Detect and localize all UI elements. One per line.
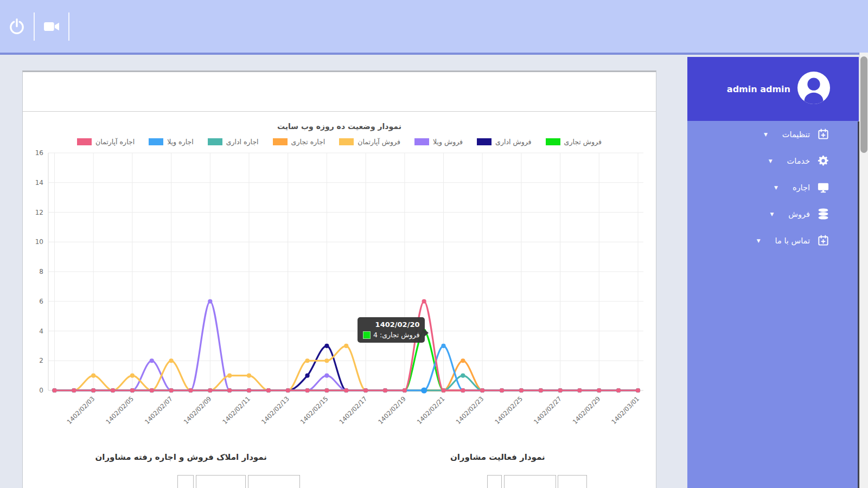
data-point — [422, 388, 426, 393]
legend-label: فروش ویلا — [433, 138, 463, 146]
data-point — [597, 388, 601, 393]
data-point — [286, 388, 290, 393]
data-point — [305, 388, 309, 393]
data-point — [130, 388, 135, 393]
sidebar-item-services[interactable]: ▼ خدمات — [687, 147, 859, 174]
series-line — [55, 376, 639, 390]
data-point — [616, 388, 621, 393]
dashboard-page: نمودار وضعیت ده روزه وب سایت اجاره آپارت… — [0, 0, 868, 488]
data-point — [441, 344, 445, 348]
data-point — [558, 388, 563, 393]
data-point — [636, 388, 640, 393]
legend-item[interactable]: اجاره آپارتمان — [77, 138, 135, 146]
data-point — [480, 388, 484, 393]
data-point — [422, 388, 426, 393]
data-point — [636, 388, 640, 393]
data-point — [519, 388, 524, 393]
filter-box-small-left[interactable] — [177, 475, 194, 488]
data-point — [461, 388, 465, 393]
data-point — [403, 388, 407, 393]
data-point — [480, 388, 484, 393]
power-icon[interactable] — [8, 17, 26, 36]
page-scrollbar-thumb[interactable] — [860, 56, 867, 153]
tooltip-value-text: فروش تجاری: 4 — [373, 331, 419, 339]
data-point — [558, 388, 563, 393]
data-point — [188, 388, 193, 393]
data-point — [636, 388, 640, 393]
sidebar-item-contact-us[interactable]: ▼ تماس با ما — [687, 227, 859, 254]
filter-box-mid-right[interactable] — [504, 475, 556, 488]
data-point — [539, 388, 543, 393]
filter-box-wide-left[interactable] — [248, 475, 300, 488]
data-point — [72, 388, 76, 393]
svg-text:1402/02/21: 1402/02/21 — [416, 395, 446, 426]
data-point — [519, 388, 524, 393]
data-point — [577, 388, 582, 393]
svg-text:12: 12 — [35, 209, 43, 216]
svg-text:1402/02/19: 1402/02/19 — [376, 395, 407, 426]
sidebar-user-header[interactable]: admin admin — [687, 57, 859, 121]
svg-text:1402/02/13: 1402/02/13 — [260, 395, 291, 426]
data-point — [52, 388, 56, 393]
data-point — [169, 388, 174, 393]
monitor-icon — [817, 181, 829, 194]
legend-item[interactable]: اجاره ویلا — [149, 138, 194, 146]
data-point — [72, 388, 76, 393]
data-point — [266, 388, 271, 393]
data-point — [111, 388, 115, 393]
legend-swatch — [546, 138, 560, 145]
data-point — [305, 388, 309, 393]
data-point — [324, 374, 329, 378]
data-point — [597, 388, 601, 393]
sidebar-item-rent[interactable]: ▼ اجاره — [687, 174, 859, 201]
data-point — [247, 388, 251, 393]
chart-tooltip: 1402/02/20 فروش تجاری: 4 — [358, 317, 425, 343]
data-point — [188, 388, 193, 393]
user-avatar[interactable] — [797, 71, 831, 107]
data-point — [286, 388, 290, 393]
sidebar-item-settings[interactable]: ▼ تنظیمات — [687, 121, 859, 147]
legend-item[interactable]: فروش اداری — [477, 138, 531, 146]
data-point — [208, 299, 212, 304]
filter-box-small-right[interactable] — [487, 475, 502, 488]
user-name: admin admin — [727, 84, 790, 94]
legend-label: فروش آپارتمان — [358, 138, 400, 146]
data-point — [577, 388, 582, 393]
data-point — [500, 388, 504, 393]
chevron-down-icon: ▼ — [764, 132, 768, 137]
data-point — [305, 388, 309, 393]
sidebar-item-label: اجاره — [793, 183, 810, 192]
legend-item[interactable]: فروش ویلا — [414, 138, 463, 146]
legend-item[interactable]: اجاره اداری — [208, 138, 259, 146]
data-point — [266, 388, 271, 393]
data-point — [577, 388, 582, 393]
data-point — [403, 388, 407, 393]
legend-item[interactable]: فروش آپارتمان — [339, 138, 400, 146]
data-point — [403, 388, 407, 393]
filter-box-mid-left[interactable] — [196, 475, 246, 488]
data-point — [130, 388, 135, 393]
data-point — [286, 388, 290, 393]
video-camera-icon[interactable] — [42, 17, 61, 36]
legend-label: اجاره اداری — [226, 138, 259, 146]
data-point — [636, 388, 640, 393]
data-point — [597, 388, 601, 393]
page-scrollbar-track[interactable] — [859, 53, 868, 488]
legend-swatch — [339, 138, 354, 145]
data-point — [558, 388, 563, 393]
data-point — [150, 388, 154, 393]
data-point — [52, 388, 56, 393]
data-point — [616, 388, 621, 393]
data-point — [111, 388, 115, 393]
data-point — [324, 344, 329, 348]
data-point — [500, 388, 504, 393]
data-point — [305, 388, 309, 393]
data-point — [597, 388, 601, 393]
filter-box-wide-right[interactable] — [558, 475, 587, 488]
sidebar-item-sale[interactable]: ▼ فروش — [687, 201, 859, 227]
legend-item[interactable]: فروش تجاری — [546, 138, 602, 146]
legend-item[interactable]: اجاره تجاری — [273, 138, 326, 146]
data-point — [150, 358, 154, 363]
data-point — [91, 388, 95, 393]
data-point — [324, 358, 329, 363]
